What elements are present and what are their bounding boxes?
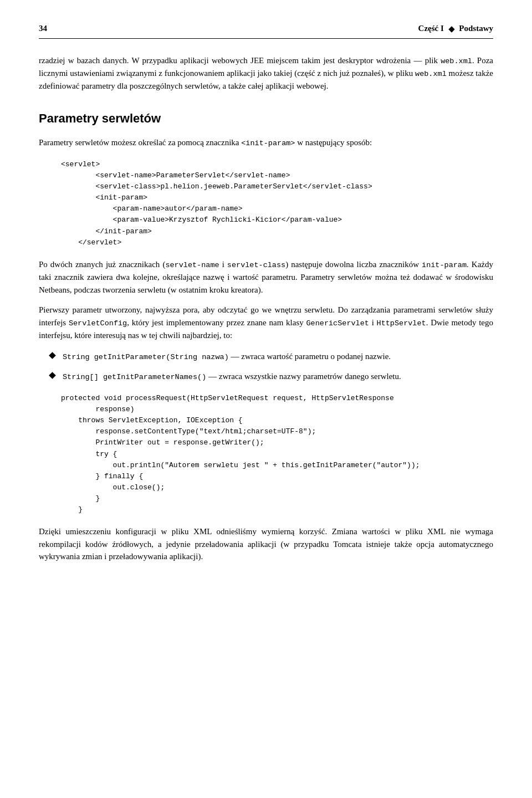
bullet-list: String getInitParameter(String nazwa) — …: [50, 350, 493, 383]
paragraph-4: Pierwszy parametr utworzony, najwyższa p…: [39, 304, 493, 341]
page: 34 Część I Podstawy rzadziej w bazach da…: [0, 0, 532, 798]
bullet-diamond-icon: [49, 372, 56, 379]
paragraph-5: Dzięki umieszczeniu konfiguracji w pliku…: [39, 525, 493, 563]
page-number: 34: [39, 22, 47, 35]
diamond-icon: [448, 26, 454, 32]
paragraph-1: rzadziej w bazach danych. W przypadku ap…: [39, 54, 493, 93]
code-block-2: protected void processRequest(HttpServle…: [61, 393, 493, 516]
page-title: Część I Podstawy: [418, 22, 493, 35]
page-header: 34 Część I Podstawy: [39, 22, 493, 39]
paragraph-3: Po dwóch znanych już znacznikach (servle…: [39, 258, 493, 296]
list-item-2: String[] getInitParameterNames() — zwrac…: [50, 370, 493, 383]
section-title: Parametry serwletów: [39, 109, 493, 127]
code-block-1: <servlet> <servlet-name>ParameterServlet…: [61, 159, 493, 248]
bullet-diamond-icon: [49, 352, 56, 360]
paragraph-2: Parametry serwletów możesz określać za p…: [39, 136, 493, 149]
list-item-1: String getInitParameter(String nazwa) — …: [50, 350, 493, 363]
